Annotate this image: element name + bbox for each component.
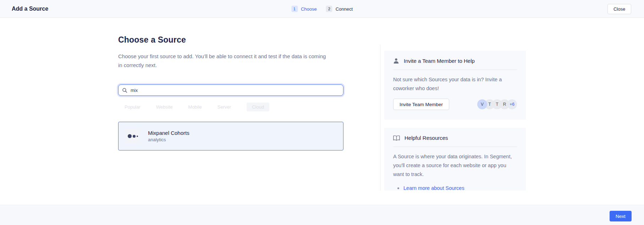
divider bbox=[393, 147, 517, 147]
invite-panel-body: Not sure which Sources your data is in? … bbox=[393, 75, 516, 93]
resources-panel-body: A Source is where your data originates. … bbox=[393, 152, 516, 179]
search-icon bbox=[122, 88, 127, 93]
invite-team-member-button[interactable]: Invite Team Member bbox=[393, 99, 449, 110]
team-avatar-stack: V T T R +6 bbox=[477, 99, 517, 109]
category-tabs: Popular Website Mobile Server Cloud bbox=[125, 103, 269, 111]
source-name: Mixpanel Cohorts bbox=[148, 130, 189, 136]
source-result-text: Mixpanel Cohorts analytics bbox=[148, 130, 189, 142]
step-connect-number: 2 bbox=[326, 6, 332, 12]
tab-mobile[interactable]: Mobile bbox=[188, 104, 202, 110]
tab-server[interactable]: Server bbox=[218, 104, 231, 110]
step-choose[interactable]: 1 Choose bbox=[291, 6, 317, 12]
person-icon bbox=[393, 58, 399, 64]
resources-panel-header: Helpful Resources bbox=[393, 135, 517, 141]
wizard-steps: 1 Choose 2 Connect bbox=[291, 0, 353, 18]
wizard-header: Add a Source 1 Choose 2 Connect Close bbox=[0, 0, 644, 18]
step-choose-label: Choose bbox=[301, 6, 317, 12]
mixpanel-logo-icon bbox=[126, 129, 140, 143]
sidebar-divider bbox=[380, 44, 380, 191]
tab-website[interactable]: Website bbox=[156, 104, 173, 110]
step-choose-number: 1 bbox=[291, 6, 298, 12]
resources-panel: Helpful Resources A Source is where your… bbox=[384, 128, 526, 191]
source-result-mixpanel-cohorts[interactable]: Mixpanel Cohorts analytics bbox=[118, 122, 343, 150]
avatar: V bbox=[477, 99, 487, 109]
source-search[interactable] bbox=[118, 84, 343, 96]
step-connect[interactable]: 2 Connect bbox=[326, 6, 353, 12]
bullet-icon bbox=[397, 187, 399, 189]
page-title: Add a Source bbox=[12, 0, 48, 18]
tab-popular[interactable]: Popular bbox=[125, 104, 141, 110]
page-description: Choose your first source to add. You’ll … bbox=[118, 52, 331, 70]
step-connect-label: Connect bbox=[336, 6, 353, 12]
book-icon bbox=[393, 135, 400, 141]
invite-panel-header: Invite a Team Member to Help bbox=[393, 58, 517, 64]
wizard-footer: Next bbox=[0, 205, 644, 225]
invite-panel: Invite a Team Member to Help Not sure wh… bbox=[384, 51, 526, 120]
source-category: analytics bbox=[148, 137, 189, 142]
divider bbox=[393, 70, 517, 70]
page-heading: Choose a Source bbox=[118, 35, 186, 45]
invite-panel-title: Invite a Team Member to Help bbox=[404, 58, 475, 64]
avatar-overflow-count: +6 bbox=[507, 99, 517, 109]
next-button[interactable]: Next bbox=[610, 211, 632, 221]
tab-cloud[interactable]: Cloud bbox=[247, 103, 269, 111]
search-input[interactable] bbox=[131, 88, 340, 93]
close-button[interactable]: Close bbox=[607, 4, 631, 14]
resources-panel-title: Helpful Resources bbox=[404, 135, 448, 141]
resource-link-item: Learn more about Sources bbox=[393, 185, 517, 191]
learn-more-sources-link[interactable]: Learn more about Sources bbox=[403, 185, 464, 191]
